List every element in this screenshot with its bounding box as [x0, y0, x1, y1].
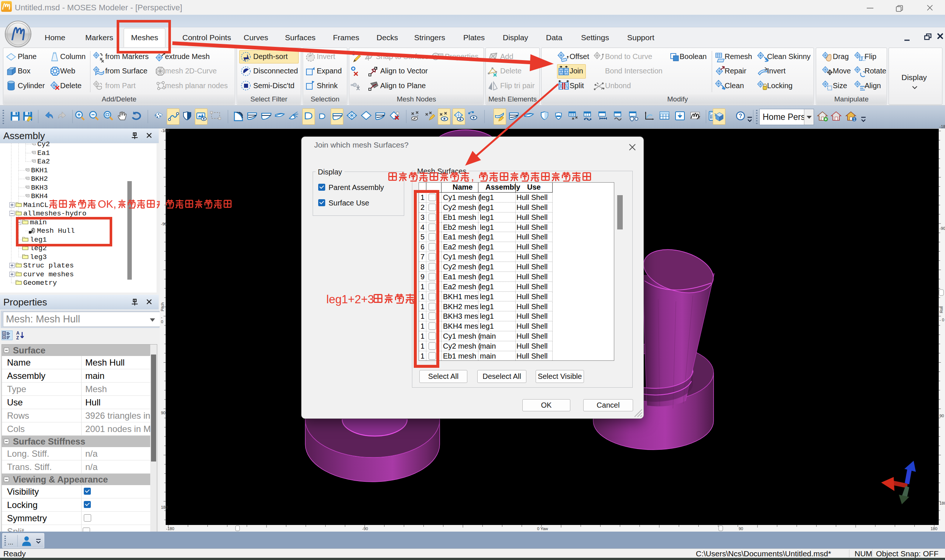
svg-text:A: A [16, 331, 20, 336]
svg-text:Z: Z [16, 335, 19, 340]
svg-text:?: ? [738, 113, 742, 119]
svg-text:i: i [435, 54, 436, 59]
svg-text:1: 1 [853, 117, 855, 122]
